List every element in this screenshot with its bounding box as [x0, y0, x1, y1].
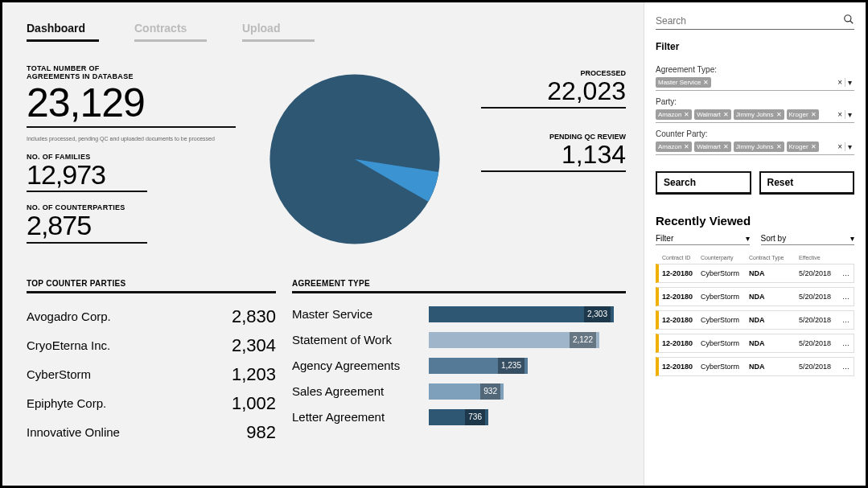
agreement-type-filter[interactable]: Master Service✕ × ▾: [656, 77, 854, 91]
rv-contract-id: 12-20180: [662, 339, 697, 347]
cp-value: 1,002: [212, 393, 276, 414]
agreement-type-name: Letter Agreement: [292, 410, 421, 424]
close-icon[interactable]: ✕: [703, 79, 709, 86]
agreement-type-row: Statement of Work2,122: [292, 332, 626, 348]
filter-chip[interactable]: Kroger✕: [787, 141, 819, 152]
search-button[interactable]: Search: [656, 171, 751, 195]
agreement-type-name: Agency Agreements: [292, 359, 421, 372]
rv-row[interactable]: 12-20180CyberStormNDA5/20/2018…: [656, 264, 854, 283]
bar: 736: [429, 409, 488, 425]
rv-contract-id: 12-20180: [662, 269, 697, 277]
tab-dashboard[interactable]: Dashboard: [27, 22, 99, 42]
close-icon[interactable]: ✕: [723, 143, 729, 150]
rv-counterparty: CyberStorm: [701, 269, 746, 277]
top-cp-row: Epiphyte Corp.1,002: [27, 393, 276, 414]
rv-contract-type: NDA: [749, 339, 796, 347]
filter-title: Filter: [656, 41, 854, 52]
pending-qc-value: 1,134: [481, 141, 626, 169]
bar-value: 932: [480, 383, 500, 400]
rv-sort-select[interactable]: Sort by▾: [761, 232, 855, 245]
recently-viewed-title: Recently Viewed: [656, 214, 854, 228]
rv-counterparty: CyberStorm: [701, 363, 746, 371]
filter-chip[interactable]: Kroger✕: [787, 109, 819, 120]
chevron-down-icon[interactable]: ▾: [845, 142, 854, 151]
rv-effective: 5/20/2018: [799, 293, 834, 301]
close-icon[interactable]: ✕: [811, 111, 817, 118]
rv-contract-id: 12-20180: [662, 363, 697, 371]
more-icon[interactable]: …: [837, 316, 850, 324]
families-value: 12,973: [27, 161, 228, 190]
rv-contract-type: NDA: [749, 269, 796, 277]
bar: 2,303: [429, 306, 614, 322]
bar-value: 2,122: [570, 332, 596, 348]
filter-chip[interactable]: Walmart✕: [694, 141, 730, 152]
agreement-type-name: Sales Agreement: [292, 384, 421, 398]
tab-contracts[interactable]: Contracts: [134, 22, 207, 42]
counter-party-filter[interactable]: Amazon✕Walmart✕Jimmy Johns✕Kroger✕ × ▾: [656, 141, 854, 155]
more-icon[interactable]: …: [837, 269, 850, 277]
filter-chip[interactable]: Walmart✕: [694, 109, 730, 120]
rv-contract-type: NDA: [749, 316, 796, 324]
total-agreements-value: 23,129: [27, 82, 228, 125]
rv-contract-id: 12-20180: [662, 293, 697, 301]
close-icon[interactable]: ✕: [684, 143, 689, 150]
rv-row[interactable]: 12-20180CyberStormNDA5/20/2018…: [656, 287, 854, 306]
bar-value: 736: [465, 409, 485, 425]
close-icon[interactable]: ✕: [776, 143, 782, 150]
cp-name: Avogadro Corp.: [27, 310, 111, 323]
clear-icon[interactable]: ×: [835, 142, 845, 151]
chevron-down-icon[interactable]: ▾: [845, 78, 854, 87]
agreement-type-row: Letter Agreement736: [292, 409, 626, 425]
close-icon[interactable]: ✕: [776, 111, 782, 118]
total-agreements-note: Includes processed, pending QC and uploa…: [27, 136, 228, 141]
filter-chip[interactable]: Amazon✕: [656, 109, 692, 120]
rv-effective: 5/20/2018: [799, 339, 834, 347]
rv-contract-type: NDA: [749, 293, 796, 301]
chevron-down-icon[interactable]: ▾: [845, 110, 854, 119]
top-cp-row: CryoEterna Inc.2,304: [27, 335, 276, 356]
agreement-type-title: AGREEMENT TYPE: [292, 279, 626, 288]
rv-counterparty: CyberStorm: [701, 316, 746, 324]
tab-bar: Dashboard Contracts Upload: [27, 22, 626, 42]
close-icon[interactable]: ✕: [684, 111, 689, 118]
svg-line-2: [850, 21, 854, 24]
more-icon[interactable]: …: [837, 293, 850, 301]
chip-label: Walmart: [697, 111, 720, 118]
rv-counterparty: CyberStorm: [701, 293, 746, 301]
cp-name: CryoEterna Inc.: [27, 338, 110, 352]
chip-label: Kroger: [789, 143, 808, 150]
counterparties-value: 2,875: [27, 211, 228, 240]
chip-label: Jimmy Johns: [736, 143, 774, 150]
agreement-type-row: Agency Agreements1,235: [292, 358, 626, 374]
agreement-type-row: Sales Agreement932: [292, 383, 626, 400]
bar: 1,235: [429, 358, 528, 374]
rv-filter-select[interactable]: Filter▾: [656, 232, 750, 245]
filter-chip[interactable]: Jimmy Johns✕: [734, 109, 784, 120]
top-cp-row: Avogadro Corp.2,830: [27, 306, 276, 327]
filter-chip[interactable]: Amazon✕: [656, 141, 692, 152]
rv-effective: 5/20/2018: [799, 316, 834, 324]
cp-value: 982: [212, 422, 276, 443]
chip-label: Kroger: [789, 111, 808, 118]
filter-chip[interactable]: Jimmy Johns✕: [734, 141, 784, 152]
bar: 932: [429, 383, 504, 400]
filter-chip[interactable]: Master Service✕: [656, 77, 711, 88]
close-icon[interactable]: ✕: [811, 143, 817, 150]
agreement-type-row: Master Service2,303: [292, 306, 626, 322]
rv-row[interactable]: 12-20180CyberStormNDA5/20/2018…: [656, 334, 854, 353]
cp-name: Innovative Online: [27, 425, 120, 439]
close-icon[interactable]: ✕: [723, 111, 729, 118]
rv-row[interactable]: 12-20180CyberStormNDA5/20/2018…: [656, 357, 854, 376]
chevron-down-icon: ▾: [850, 234, 854, 243]
clear-icon[interactable]: ×: [835, 110, 845, 119]
processed-value: 22,023: [481, 77, 626, 105]
clear-icon[interactable]: ×: [835, 78, 845, 87]
party-filter[interactable]: Amazon✕Walmart✕Jimmy Johns✕Kroger✕ × ▾: [656, 109, 854, 123]
rv-row[interactable]: 12-20180CyberStormNDA5/20/2018…: [656, 310, 854, 330]
search-input[interactable]: [656, 15, 843, 27]
search-icon[interactable]: [843, 14, 854, 27]
more-icon[interactable]: …: [837, 363, 850, 371]
more-icon[interactable]: …: [837, 339, 850, 347]
tab-upload[interactable]: Upload: [242, 22, 315, 42]
reset-button[interactable]: Reset: [759, 171, 855, 195]
